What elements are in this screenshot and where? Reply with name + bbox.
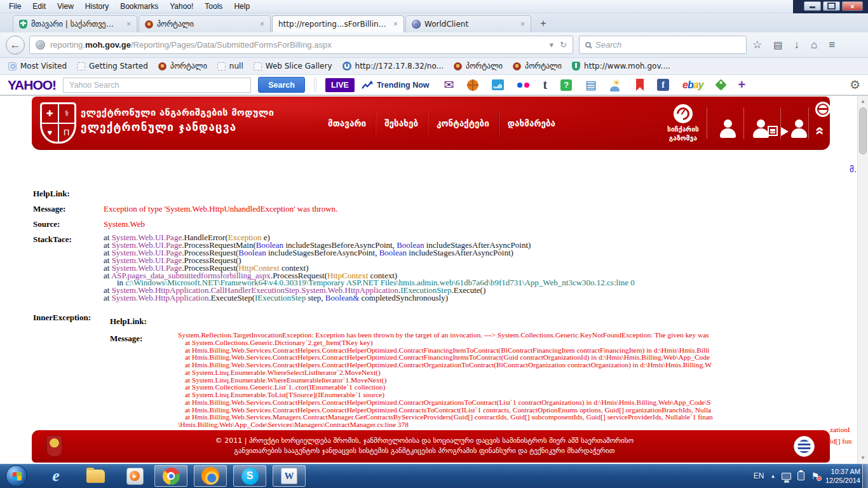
tray-expand-icon[interactable]: ▲ <box>770 473 775 479</box>
new-tab-button[interactable]: + <box>535 17 552 32</box>
yahoo-mail-icon[interactable]: ✉ <box>444 78 454 92</box>
dashed-icon <box>77 62 85 71</box>
user-profile-icon[interactable] <box>717 119 740 140</box>
window-controls: × <box>793 0 868 13</box>
menu-item-tools[interactable]: Tools <box>200 1 227 12</box>
news-icon[interactable]: ▤ <box>585 78 597 92</box>
site-nav-item-4[interactable]: დახმარება <box>499 112 564 135</box>
taskbar-clock[interactable]: 10:37 AM 12/25/2014 <box>825 467 860 485</box>
trending-now-link[interactable]: Trending Now <box>362 81 430 90</box>
moh-logo-shield-icon[interactable]: ✚⚕♥Π <box>40 102 76 144</box>
gear-icon[interactable]: ⚙ <box>850 78 860 92</box>
start-button[interactable] <box>6 465 27 487</box>
bookmarks-ribbon-icon[interactable] <box>636 79 644 91</box>
bookmark-star-icon[interactable]: ☆ <box>747 38 768 51</box>
trending-icon <box>362 81 373 90</box>
tab-close-icon[interactable]: × <box>518 20 525 29</box>
inner-exception-line: at Hmis.Billing.Web.Services.ContractHel… <box>178 399 713 407</box>
menu-item-history[interactable]: History <box>80 1 114 12</box>
bookmark-item[interactable]: პორტალი <box>449 60 508 72</box>
url-bar[interactable]: reporting.moh.gov.ge/Reporting/Pages/Dat… <box>29 36 573 54</box>
chrome-taskbar-button[interactable] <box>154 465 187 487</box>
clipboard-icon[interactable] <box>797 471 804 480</box>
search-bar[interactable]: Search <box>579 36 747 54</box>
firefox-taskbar-button[interactable] <box>194 465 227 487</box>
menu-item-edit[interactable]: Edit <box>27 1 51 12</box>
close-button[interactable]: × <box>842 1 863 11</box>
maximize-button[interactable] <box>823 1 840 11</box>
bookmarks-panel-icon[interactable]: ▤ <box>768 39 788 51</box>
finance-icon[interactable] <box>492 79 504 90</box>
windows-explorer-icon[interactable] <box>81 466 109 486</box>
action-center-flag-icon[interactable]: ⚑× <box>811 471 819 481</box>
bookmark-item[interactable]: Getting Started <box>72 60 153 72</box>
internet-explorer-icon[interactable]: e <box>42 466 70 486</box>
yahoo-logo[interactable]: YAHOO! <box>8 78 56 93</box>
scroll-up-arrow[interactable]: ▲ <box>858 97 868 107</box>
sports-icon[interactable] <box>467 79 478 91</box>
deals-tag-icon[interactable] <box>715 79 726 90</box>
language-globe-icon[interactable] <box>815 102 831 117</box>
downloads-icon[interactable]: ↓ <box>788 39 805 51</box>
firefox-menubar: FileEditViewHistoryBookmarksYahoo!ToolsH… <box>0 0 868 13</box>
search-placeholder: Search <box>595 40 621 50</box>
bookmark-item[interactable]: პორტალი <box>153 60 212 72</box>
menu-item-yahoo[interactable]: Yahoo! <box>165 1 198 12</box>
network-icon[interactable] <box>782 473 791 480</box>
menu-item-file[interactable]: File <box>4 1 26 12</box>
speed-test-widget[interactable]: სიჩქარისგაზომვა <box>660 104 707 142</box>
bookmark-item[interactable]: null <box>212 60 248 72</box>
tab-4[interactable]: WorldClient× <box>405 15 531 32</box>
menu-item-view[interactable]: View <box>52 1 79 12</box>
media-player-icon[interactable]: ▶ <box>121 466 149 486</box>
tab-close-icon[interactable]: × <box>391 20 398 29</box>
yahoo-search-input[interactable]: Yahoo Search <box>63 78 251 93</box>
login-icon[interactable] <box>788 119 811 140</box>
weather-icon[interactable]: ☀ <box>610 79 623 91</box>
tab-close-icon[interactable]: × <box>124 20 131 29</box>
word-taskbar-button[interactable]: W <box>273 465 306 487</box>
tumblr-icon[interactable]: t <box>543 78 547 92</box>
ebay-icon[interactable]: ebay <box>682 79 703 91</box>
collapse-chevron-icon[interactable]: « <box>814 126 827 135</box>
scroll-down-arrow[interactable]: ▼ <box>858 453 868 463</box>
urlbar-dropdown-icon[interactable]: ▾ <box>550 40 554 50</box>
minimize-button[interactable] <box>804 1 821 11</box>
bookmark-item[interactable]: Most Visited <box>3 60 72 72</box>
scrollbar-thumb[interactable] <box>859 107 867 154</box>
tab-2[interactable]: პორტალი× <box>139 15 271 32</box>
site-nav-item-2[interactable]: შესახებ <box>376 112 427 135</box>
site-identity-icon[interactable] <box>36 40 45 50</box>
vertical-scrollbar[interactable]: ▲ ▼ <box>857 96 868 464</box>
menu-item-bookmarks[interactable]: Bookmarks <box>115 1 163 12</box>
bookmark-item[interactable]: http://172.17.8.32/no... <box>337 60 449 72</box>
tab-close-icon[interactable]: × <box>257 20 264 29</box>
site-nav-item-1[interactable]: მთავარი <box>319 112 375 135</box>
bookmark-item[interactable]: პორტალი <box>508 60 567 72</box>
bookmark-item[interactable]: Web Slice Gallery <box>248 60 337 72</box>
add-apps-icon[interactable]: + <box>738 78 746 92</box>
answers-icon[interactable]: ? <box>560 79 572 91</box>
show-desktop-button[interactable] <box>862 464 868 488</box>
tab-bar: მთავარი | საქართველოს ...×პორტალი×http:/… <box>0 13 868 32</box>
yahoo-search-button[interactable]: Search <box>258 77 305 93</box>
flickr-icon[interactable] <box>517 83 529 88</box>
site-title: ელექტრონული ანგარიშგების მოდული ელექტრონ… <box>81 107 274 133</box>
home-icon[interactable]: ⌂ <box>805 39 823 51</box>
hamburger-menu-icon[interactable]: ≡ <box>823 39 841 51</box>
reload-icon[interactable]: ↻ <box>560 40 567 50</box>
tab-strip: მთავარი | საქართველოს ...×პორტალი×http:/… <box>0 13 868 32</box>
skype-taskbar-button[interactable]: S <box>233 465 266 487</box>
tab-1[interactable]: მთავარი | საქართველოს ...× <box>13 15 137 32</box>
language-indicator[interactable]: EN <box>754 471 764 480</box>
site-nav-item-3[interactable]: კონტაქტები <box>428 112 498 135</box>
tab-3[interactable]: http://reporting...sForBilling.aspx× <box>272 15 404 32</box>
yahoo-live-badge[interactable]: LIVE <box>325 78 355 92</box>
back-button[interactable]: ← <box>6 36 25 55</box>
bookmark-item[interactable]: http://www.moh.gov.... <box>567 60 675 72</box>
facebook-icon[interactable]: f <box>657 79 669 91</box>
site-header: ✚⚕♥Π ელექტრონული ანგარიშგების მოდული ელე… <box>32 97 830 150</box>
divider <box>314 78 316 92</box>
menu-item-help[interactable]: Help <box>229 1 255 12</box>
user-list-icon[interactable] <box>750 119 773 140</box>
